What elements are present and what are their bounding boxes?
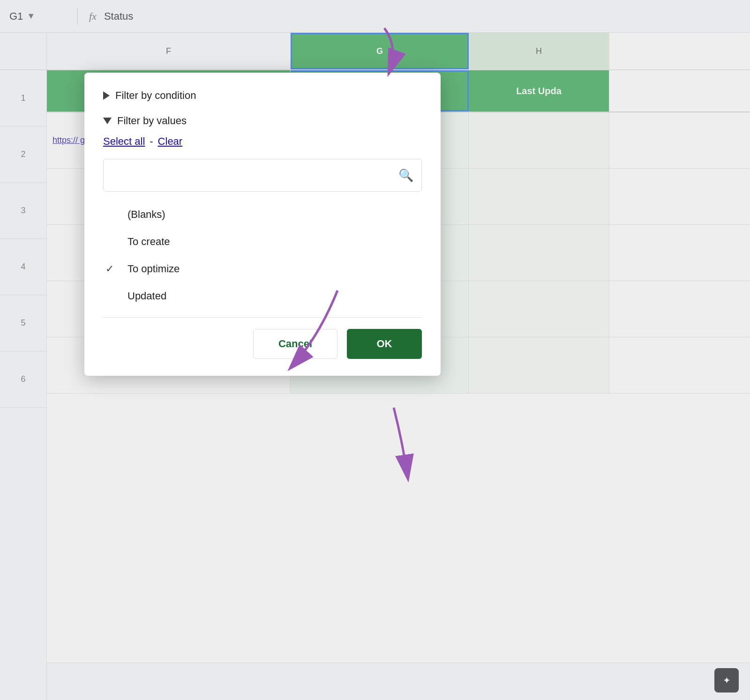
search-container: 🔍	[103, 159, 422, 192]
search-icon: 🔍	[398, 168, 413, 183]
filter-value-to-create[interactable]: ✓ To create	[103, 228, 422, 255]
filter-by-condition-section: Filter by condition	[103, 89, 422, 102]
filter-value-updated[interactable]: ✓ Updated	[103, 283, 422, 310]
triangle-down-icon	[103, 118, 112, 124]
triangle-right-icon	[103, 91, 110, 100]
filter-by-values-toggle[interactable]: Filter by values	[103, 115, 422, 127]
to-create-label: To create	[128, 236, 170, 248]
clear-link[interactable]: Clear	[158, 135, 183, 148]
filter-by-values-section: Filter by values Select all - Clear 🔍 ✓ …	[103, 115, 422, 310]
blanks-label: (Blanks)	[128, 209, 165, 221]
select-all-link[interactable]: Select all	[103, 135, 145, 148]
updated-label: Updated	[128, 290, 166, 302]
cancel-button[interactable]: Cancel	[253, 329, 338, 359]
to-optimize-checkmark: ✓	[103, 263, 116, 275]
dialog-divider	[103, 317, 422, 318]
filter-dialog: Filter by condition Filter by values Sel…	[84, 73, 441, 376]
to-optimize-label: To optimize	[128, 263, 180, 275]
modal-overlay: Filter by condition Filter by values Sel…	[0, 0, 750, 700]
search-input[interactable]	[103, 159, 422, 192]
dash-separator: -	[150, 135, 153, 148]
ok-button[interactable]: OK	[347, 329, 422, 359]
filter-value-to-optimize[interactable]: ✓ To optimize	[103, 255, 422, 283]
filter-value-blanks[interactable]: ✓ (Blanks)	[103, 201, 422, 228]
filter-by-values-label: Filter by values	[117, 115, 187, 127]
filter-by-condition-toggle[interactable]: Filter by condition	[103, 89, 422, 102]
select-clear-row: Select all - Clear	[103, 135, 422, 148]
filter-by-condition-label: Filter by condition	[115, 89, 196, 102]
dialog-buttons: Cancel OK	[103, 329, 422, 359]
